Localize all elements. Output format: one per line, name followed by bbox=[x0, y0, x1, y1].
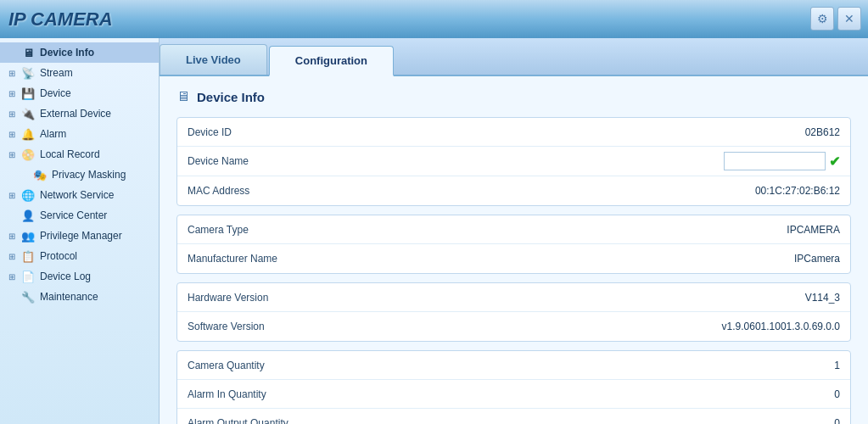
item-icon-protocol: 📋 bbox=[20, 249, 36, 263]
item-icon-device-info: 🖥 bbox=[20, 46, 36, 59]
sidebar-label-alarm: Alarm bbox=[40, 128, 152, 140]
row-hardware-version: Hardware VersionV114_3 bbox=[177, 283, 850, 312]
expand-icon-network-service: ⊞ bbox=[8, 191, 20, 200]
device-info-icon: 🖥 bbox=[176, 89, 190, 104]
item-icon-external-device: 🔌 bbox=[20, 107, 36, 120]
expand-icon-protocol: ⊞ bbox=[8, 252, 20, 261]
tab-configuration[interactable]: Configuration bbox=[269, 46, 394, 76]
sidebar-label-network-service: Network Service bbox=[40, 189, 152, 201]
sidebar-item-network-service[interactable]: ⊞🌐Network Service bbox=[0, 185, 159, 205]
value-alarm-output-quantity: 0 bbox=[834, 417, 840, 425]
sidebar-item-alarm[interactable]: ⊞🔔Alarm bbox=[0, 124, 159, 144]
header-icons: ⚙ ✕ bbox=[810, 7, 861, 31]
confirm-icon[interactable]: ✔ bbox=[829, 153, 840, 170]
label-device-name: Device Name bbox=[188, 155, 724, 167]
label-alarm-in-quantity: Alarm In Quantity bbox=[188, 388, 834, 400]
row-manufacturer-name: Manufacturer NameIPCamera bbox=[177, 244, 850, 273]
sidebar-label-device-info: Device Info bbox=[40, 47, 152, 59]
sidebar-label-local-record: Local Record bbox=[40, 148, 152, 160]
sidebar-item-external-device[interactable]: ⊞🔌External Device bbox=[0, 103, 159, 124]
item-icon-maintenance: 🔧 bbox=[20, 290, 36, 304]
content-area: Live Video Configuration 🖥 Device Info D… bbox=[160, 38, 868, 424]
item-icon-service-center: 👤 bbox=[20, 209, 36, 222]
label-device-id: Device ID bbox=[188, 126, 805, 138]
sidebar-label-external-device: External Device bbox=[40, 108, 152, 120]
value-alarm-in-quantity: 0 bbox=[834, 388, 840, 400]
settings-button[interactable]: ⚙ bbox=[810, 7, 834, 31]
content-panel: 🖥 Device Info Device ID02B612Device Name… bbox=[160, 76, 868, 424]
item-icon-network-service: 🌐 bbox=[20, 188, 36, 202]
device-name-input[interactable] bbox=[724, 152, 826, 170]
value-manufacturer-name: IPCamera bbox=[794, 253, 840, 265]
item-icon-privilege-manager: 👥 bbox=[20, 229, 36, 243]
item-icon-device-log: 📄 bbox=[20, 270, 36, 283]
row-software-version: Software Versionv1.9.0601.1001.3.0.69.0.… bbox=[177, 312, 850, 341]
tabs-bar: Live Video Configuration bbox=[160, 38, 868, 76]
sidebar-item-privacy-masking[interactable]: 🎭Privacy Masking bbox=[0, 165, 159, 185]
sidebar-item-device[interactable]: ⊞💾Device bbox=[0, 83, 159, 103]
value-device-id: 02B612 bbox=[805, 126, 840, 138]
sidebar-item-local-record[interactable]: ⊞📀Local Record bbox=[0, 144, 159, 165]
expand-icon-stream: ⊞ bbox=[8, 69, 20, 78]
sidebar-item-device-log[interactable]: ⊞📄Device Log bbox=[0, 266, 159, 287]
sidebar-label-protocol: Protocol bbox=[40, 250, 152, 262]
sidebar-label-stream: Stream bbox=[40, 67, 152, 79]
label-manufacturer-name: Manufacturer Name bbox=[188, 253, 794, 265]
sidebar-label-privacy-masking: Privacy Masking bbox=[52, 169, 152, 181]
item-icon-device: 💾 bbox=[20, 86, 36, 100]
expand-icon-device-log: ⊞ bbox=[8, 272, 20, 282]
sidebar-label-privilege-manager: Privilege Manager bbox=[40, 230, 152, 242]
expand-icon-local-record: ⊞ bbox=[8, 150, 20, 159]
item-icon-local-record: 📀 bbox=[20, 148, 36, 161]
row-camera-type: Camera TypeIPCAMERA bbox=[177, 215, 850, 244]
sidebar-label-maintenance: Maintenance bbox=[40, 291, 152, 303]
sidebar: 🖥Device Info⊞📡Stream⊞💾Device⊞🔌External D… bbox=[0, 38, 160, 424]
label-alarm-output-quantity: Alarm Output Quantity bbox=[188, 417, 834, 425]
item-icon-stream: 📡 bbox=[20, 66, 36, 80]
row-device-id: Device ID02B612 bbox=[177, 118, 850, 147]
expand-icon-alarm: ⊞ bbox=[8, 130, 20, 139]
expand-icon-device: ⊞ bbox=[8, 89, 20, 98]
section-camera-info: Camera TypeIPCAMERAManufacturer NameIPCa… bbox=[176, 215, 851, 274]
value-camera-type: IPCAMERA bbox=[787, 224, 840, 236]
section-basic-info: Device ID02B612Device Name✔MAC Address00… bbox=[176, 117, 851, 206]
sidebar-item-privilege-manager[interactable]: ⊞👥Privilege Manager bbox=[0, 226, 159, 246]
label-hardware-version: Hardware Version bbox=[188, 292, 805, 304]
item-icon-alarm: 🔔 bbox=[20, 127, 36, 141]
header: IP CAMERA ⚙ ✕ bbox=[0, 0, 868, 38]
expand-icon-privilege-manager: ⊞ bbox=[8, 232, 20, 241]
tab-live-video[interactable]: Live Video bbox=[160, 44, 267, 75]
value-software-version: v1.9.0601.1001.3.0.69.0.0 bbox=[722, 321, 840, 332]
section-quantity-info: Camera Quantity1Alarm In Quantity0Alarm … bbox=[176, 350, 851, 424]
sidebar-item-protocol[interactable]: ⊞📋Protocol bbox=[0, 246, 159, 266]
sidebar-item-maintenance[interactable]: 🔧Maintenance bbox=[0, 287, 159, 307]
sections-container: Device ID02B612Device Name✔MAC Address00… bbox=[176, 117, 851, 424]
row-alarm-output-quantity: Alarm Output Quantity0 bbox=[177, 409, 850, 424]
sidebar-item-device-info[interactable]: 🖥Device Info bbox=[0, 42, 159, 63]
label-camera-type: Camera Type bbox=[188, 224, 787, 236]
sidebar-item-stream[interactable]: ⊞📡Stream bbox=[0, 63, 159, 83]
item-icon-privacy-masking: 🎭 bbox=[32, 168, 48, 181]
sidebar-label-device: Device bbox=[40, 87, 152, 99]
main-layout: 🖥Device Info⊞📡Stream⊞💾Device⊞🔌External D… bbox=[0, 38, 868, 424]
sidebar-item-service-center[interactable]: 👤Service Center bbox=[0, 205, 159, 226]
sidebar-label-device-log: Device Log bbox=[40, 271, 152, 282]
value-camera-quantity: 1 bbox=[834, 360, 840, 371]
value-hardware-version: V114_3 bbox=[805, 292, 840, 304]
page-title: Device Info bbox=[197, 90, 265, 104]
row-alarm-in-quantity: Alarm In Quantity0 bbox=[177, 380, 850, 409]
label-camera-quantity: Camera Quantity bbox=[188, 360, 834, 371]
expand-icon-external-device: ⊞ bbox=[8, 109, 20, 119]
sidebar-label-service-center: Service Center bbox=[40, 209, 152, 221]
row-camera-quantity: Camera Quantity1 bbox=[177, 351, 850, 380]
logo: IP CAMERA bbox=[8, 8, 113, 31]
label-software-version: Software Version bbox=[188, 321, 722, 332]
page-title-row: 🖥 Device Info bbox=[176, 89, 851, 104]
section-version-info: Hardware VersionV114_3Software Versionv1… bbox=[176, 282, 851, 342]
label-mac-address: MAC Address bbox=[188, 185, 755, 197]
row-device-name: Device Name✔ bbox=[177, 147, 850, 176]
close-button[interactable]: ✕ bbox=[837, 7, 861, 31]
value-mac-address: 00:1C:27:02:B6:12 bbox=[755, 185, 840, 197]
row-mac-address: MAC Address00:1C:27:02:B6:12 bbox=[177, 176, 850, 205]
